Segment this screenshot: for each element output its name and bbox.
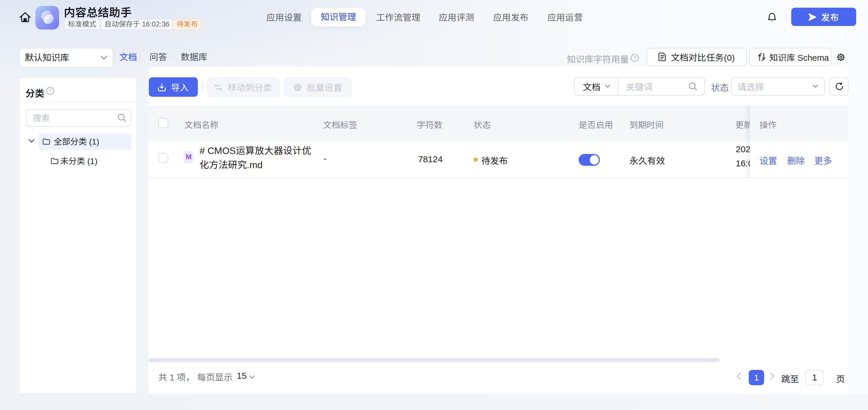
svg-text:?: ? (49, 88, 52, 94)
svg-text:?: ? (633, 55, 636, 61)
